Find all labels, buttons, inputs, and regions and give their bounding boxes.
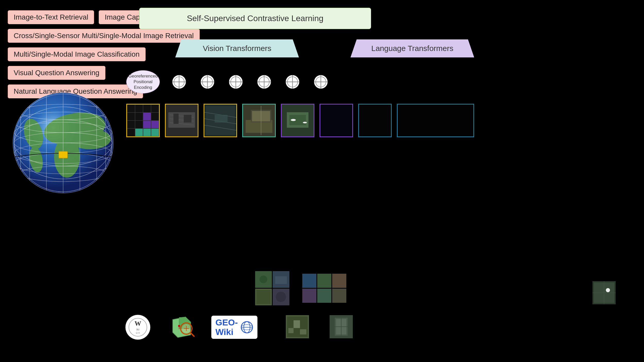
task-badge-image-to-text: Image-to-Text Retrieval <box>8 10 94 24</box>
bottom-logos: W iki Ω Π GEO-Wiki <box>124 313 353 341</box>
geowiki-logo: GEO-Wiki <box>211 316 257 339</box>
dataset-grid-1 <box>255 271 289 305</box>
svg-rect-24 <box>59 151 68 158</box>
patch-aerial-2 <box>281 104 314 137</box>
crosshair-3 <box>227 73 245 91</box>
svg-text:Ω Π: Ω Π <box>136 332 140 334</box>
svg-text:iki: iki <box>136 328 139 331</box>
right-panel: Self-Supervised Contrastive Learning Vis… <box>124 8 634 137</box>
svg-rect-90 <box>317 289 331 303</box>
svg-point-97 <box>126 315 150 340</box>
svg-rect-118 <box>288 328 294 333</box>
dataset-grid-2 <box>302 274 346 303</box>
patch-empty-3 <box>397 104 474 137</box>
svg-rect-76 <box>359 105 391 136</box>
small-sat-thumb-2 <box>330 315 353 339</box>
encoding-row: GeoreferencedPositionalEncoding <box>126 70 634 93</box>
svg-point-96 <box>606 288 610 292</box>
svg-rect-77 <box>398 105 473 136</box>
wikipedia-logo: W iki Ω Π <box>124 313 152 341</box>
far-right-thumb <box>592 281 616 305</box>
svg-rect-86 <box>302 274 316 288</box>
globe-container <box>8 88 119 198</box>
svg-rect-89 <box>302 289 316 303</box>
svg-rect-87 <box>317 274 331 288</box>
svg-rect-56 <box>184 115 191 123</box>
transformer-row: Vision Transformers Language Transformer… <box>131 39 634 57</box>
dataset-thumbnails <box>255 271 346 305</box>
svg-rect-62 <box>215 115 228 123</box>
geo-magnifier-icon <box>168 313 196 341</box>
svg-rect-119 <box>300 329 306 334</box>
svg-line-106 <box>190 333 194 336</box>
task-badge-vqa: Visual Question Answering <box>8 66 105 80</box>
svg-rect-83 <box>256 290 271 304</box>
svg-rect-81 <box>275 276 287 284</box>
patch-sar-2 <box>204 104 237 137</box>
patch-aerial-1 <box>242 104 276 137</box>
language-transformer-box: Language Transformers <box>350 39 474 57</box>
ssl-box: Self-Supervised Contrastive Learning <box>139 8 371 29</box>
patch-sar-1 <box>165 104 198 137</box>
crosshair-5 <box>283 73 302 91</box>
crosshair-1 <box>170 73 188 91</box>
crosshair-6 <box>312 73 330 91</box>
svg-point-85 <box>276 292 286 302</box>
patch-empty-1 <box>320 104 353 137</box>
svg-rect-117 <box>294 320 300 328</box>
ssl-label: Self-Supervised Contrastive Learning <box>187 14 323 23</box>
globe-svg <box>8 88 119 198</box>
grid-patch <box>126 104 160 137</box>
small-sat-thumb-1 <box>286 315 309 339</box>
patches-row <box>126 104 634 137</box>
svg-point-79 <box>260 275 267 283</box>
svg-text:W: W <box>135 320 141 327</box>
geo-encoding-ellipse: GeoreferencedPositionalEncoding <box>126 70 160 93</box>
crosshair-2 <box>198 73 216 91</box>
svg-rect-91 <box>332 289 346 303</box>
svg-rect-75 <box>320 105 352 136</box>
vision-transformer-box: Vision Transformers <box>175 39 299 57</box>
patch-empty-2 <box>358 104 392 137</box>
svg-rect-88 <box>332 274 346 288</box>
svg-rect-55 <box>173 114 179 124</box>
crosshair-4 <box>255 73 273 91</box>
